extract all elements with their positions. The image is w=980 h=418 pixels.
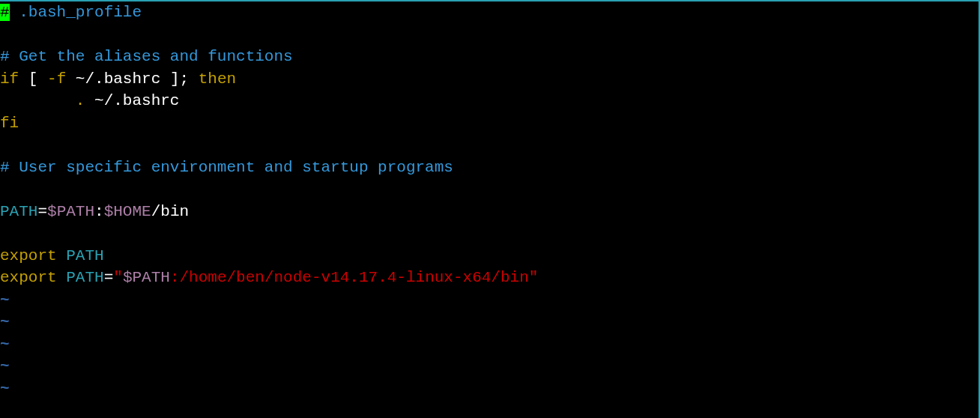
code-segment: /bin [151, 203, 189, 220]
editor-line[interactable]: PATH=$PATH:$HOME/bin [0, 201, 979, 223]
code-segment: " [529, 269, 539, 286]
code-segment: ~ [0, 291, 10, 309]
editor-line[interactable]: ~ [0, 333, 979, 356]
code-segment: :/home/ben/node-v14.17.4-linux-x64/bin [170, 269, 529, 286]
code-segment: # User specific environment and startup … [0, 159, 453, 176]
editor-line[interactable]: # User specific environment and startup … [0, 157, 979, 179]
code-segment: $HOME [104, 203, 151, 220]
code-segment: PATH [66, 247, 103, 264]
code-segment: ~ [0, 357, 10, 375]
editor-line[interactable]: export PATH="$PATH:/home/ben/node-v14.17… [0, 267, 979, 289]
code-segment: ~ [0, 336, 10, 353]
code-segment: export [0, 247, 57, 264]
code-segment: fi [0, 115, 19, 132]
code-segment: ~/.bashrc [85, 92, 179, 109]
editor-line[interactable]: ~ [0, 355, 979, 378]
editor-line[interactable] [0, 222, 979, 245]
code-segment: ]; [170, 70, 189, 88]
code-segment: . [76, 92, 85, 109]
code-segment: ~/.bashrc [66, 70, 170, 88]
editor-line[interactable]: fi [0, 112, 979, 135]
code-segment: $PATH [47, 203, 94, 220]
code-segment: $PATH [123, 269, 170, 286]
code-segment: # Get the aliases and functions [0, 48, 293, 65]
code-segment: ~ [0, 313, 10, 330]
code-segment: " [113, 269, 123, 286]
code-segment [0, 92, 76, 109]
code-segment: export [0, 269, 57, 286]
code-segment [57, 269, 67, 286]
code-segment: if [0, 70, 19, 88]
editor-line[interactable]: export PATH [0, 245, 979, 267]
editor-line[interactable]: # Get the aliases and functions [0, 46, 979, 68]
editor-line[interactable] [0, 24, 979, 46]
code-segment [189, 70, 199, 88]
editor-line[interactable]: ~ [0, 378, 979, 400]
code-segment [57, 247, 67, 264]
editor-line[interactable]: ~ [0, 289, 979, 312]
editor-line[interactable]: ~ [0, 311, 979, 333]
code-segment: PATH [0, 203, 37, 220]
editor-line[interactable] [0, 134, 979, 157]
code-segment: # [0, 4, 10, 21]
editor-line[interactable]: . ~/.bashrc [0, 90, 979, 112]
code-segment: = [37, 203, 47, 220]
code-segment: : [94, 203, 104, 220]
code-segment: [ [19, 70, 47, 88]
code-segment: PATH [66, 269, 103, 286]
code-segment: ~ [0, 380, 10, 397]
code-segment: then [199, 70, 236, 88]
code-segment: = [104, 269, 114, 286]
editor-line[interactable]: # .bash_profile [0, 1, 979, 24]
code-segment: -f [47, 70, 66, 88]
editor-line[interactable]: if [ -f ~/.bashrc ]; then [0, 68, 979, 91]
editor-line[interactable] [0, 178, 979, 201]
code-segment: .bash_profile [10, 4, 142, 21]
vim-editor[interactable]: # .bash_profile # Get the aliases and fu… [0, 1, 979, 399]
